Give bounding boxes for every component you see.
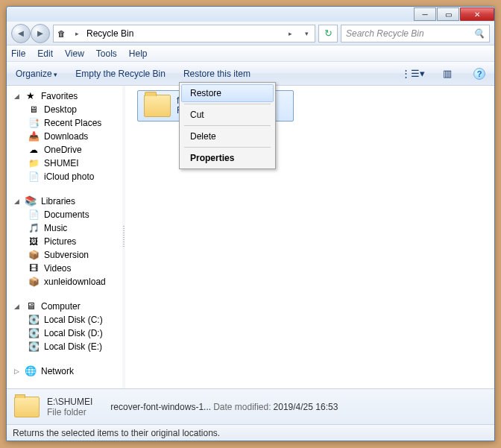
collapse-icon: ◢ xyxy=(14,303,20,310)
sidebar-item-label: iCloud photo xyxy=(44,171,94,182)
collapse-icon: ◢ xyxy=(14,92,20,100)
sidebar-item-disk-c[interactable]: 💽Local Disk (C:) xyxy=(7,313,122,326)
refresh-button[interactable]: ↻ xyxy=(318,25,338,42)
sidebar-item-label: Documents xyxy=(44,209,89,220)
xunlei-icon: 📦 xyxy=(28,277,40,287)
status-bar: Returns the selected items to their orig… xyxy=(7,424,494,441)
sidebar-item-shumei[interactable]: 📁SHUMEI xyxy=(7,157,122,170)
pictures-icon: 🖼 xyxy=(28,236,40,247)
star-icon: ★ xyxy=(25,90,37,101)
sidebar-item-label: Local Disk (E:) xyxy=(44,341,102,352)
network-icon: 🌐 xyxy=(25,365,37,376)
breadcrumb-drop-icon[interactable]: ▸ xyxy=(70,30,84,37)
ctx-delete[interactable]: Delete xyxy=(181,127,274,145)
menu-help[interactable]: Help xyxy=(129,48,148,59)
folder-icon xyxy=(144,95,171,117)
folder-icon xyxy=(14,397,40,417)
sidebar-item-label: Pictures xyxy=(44,236,76,247)
favorites-section: ◢ ★ Favorites 🖥Desktop 📑Recent Places 📥D… xyxy=(7,89,122,183)
menu-file[interactable]: File xyxy=(11,48,25,59)
maximize-button[interactable]: ▭ xyxy=(437,7,459,21)
computer-label: Computer xyxy=(41,301,81,312)
details-mod-label: Date modified: xyxy=(213,402,271,412)
sidebar-item-downloads[interactable]: 📥Downloads xyxy=(7,130,122,143)
breadcrumb-text[interactable]: Recycle Bin xyxy=(86,28,280,39)
preview-pane-icon[interactable]: ▥ xyxy=(439,66,456,81)
sidebar-item-label: SHUMEI xyxy=(44,158,79,168)
sidebar-item-videos[interactable]: 🎞Videos xyxy=(7,262,122,275)
network-label: Network xyxy=(41,366,74,376)
organize-button[interactable]: Organize xyxy=(16,69,57,79)
favorites-header[interactable]: ◢ ★ Favorites xyxy=(7,89,122,103)
close-button[interactable]: ✕ xyxy=(460,7,494,21)
restore-item-button[interactable]: Restore this item xyxy=(183,69,250,79)
sidebar-item-onedrive[interactable]: ☁OneDrive xyxy=(7,143,122,157)
forward-button[interactable]: ► xyxy=(31,24,50,43)
details-col-name: recover-font-windows-1... Date modified:… xyxy=(110,402,338,412)
sidebar-item-desktop[interactable]: 🖥Desktop xyxy=(7,103,122,116)
menu-bar: File Edit View Tools Help xyxy=(7,45,494,62)
computer-header[interactable]: ◢ 🖥 Computer xyxy=(7,299,122,313)
menu-view[interactable]: View xyxy=(65,48,84,59)
collapse-icon: ◢ xyxy=(14,198,20,205)
nav-buttons: ◄ ► xyxy=(11,24,50,43)
computer-icon: 🖥 xyxy=(25,300,37,312)
sidebar-item-music[interactable]: 🎵Music xyxy=(7,221,122,235)
separator xyxy=(184,104,271,104)
documents-icon: 📄 xyxy=(28,209,40,220)
context-menu: Restore Cut Delete Properties xyxy=(179,82,276,169)
expand-icon: ▷ xyxy=(14,367,20,375)
view-mode-icon[interactable]: ⋮☰▾ xyxy=(405,66,421,81)
network-section: ▷ 🌐 Network xyxy=(7,364,122,378)
cloud-icon: ☁ xyxy=(28,145,40,155)
details-col-path: E:\SHUMEI File folder xyxy=(47,397,92,417)
separator xyxy=(184,125,271,126)
svn-icon: 📦 xyxy=(28,250,40,260)
address-bar[interactable]: 🗑 ▸ Recycle Bin ▸ ▾ xyxy=(53,25,315,42)
sidebar-item-label: Local Disk (C:) xyxy=(44,315,103,325)
libraries-section: ◢ 📚 Libraries 📄Documents 🎵Music 🖼Picture… xyxy=(7,194,122,288)
breadcrumb-arrow-icon[interactable]: ▸ xyxy=(283,30,297,37)
address-dropdown-icon[interactable]: ▾ xyxy=(300,30,313,37)
back-button[interactable]: ◄ xyxy=(11,24,31,43)
sidebar: ◢ ★ Favorites 🖥Desktop 📑Recent Places 📥D… xyxy=(7,86,122,388)
libraries-header[interactable]: ◢ 📚 Libraries xyxy=(7,194,122,208)
help-icon[interactable]: ? xyxy=(473,68,485,80)
search-input[interactable]: Search Recycle Bin 🔍 xyxy=(341,25,490,42)
sidebar-item-xunlei[interactable]: 📦xunleidownload xyxy=(7,275,122,288)
ctx-properties[interactable]: Properties xyxy=(181,149,274,167)
desktop-icon: 🖥 xyxy=(28,104,40,115)
sidebar-item-label: xunleidownload xyxy=(44,277,106,287)
folder-icon: 📁 xyxy=(28,158,40,168)
favorites-label: Favorites xyxy=(41,91,78,101)
sidebar-item-label: OneDrive xyxy=(44,145,82,155)
search-placeholder: Search Recycle Bin xyxy=(346,28,473,39)
explorer-window: ─ ▭ ✕ ◄ ► 🗑 ▸ Recycle Bin ▸ ▾ ↻ Search R… xyxy=(6,6,495,441)
sidebar-item-label: Subversion xyxy=(44,250,89,260)
sidebar-item-label: Recent Places xyxy=(44,118,101,128)
minimize-button[interactable]: ─ xyxy=(414,7,436,21)
empty-recycle-button[interactable]: Empty the Recycle Bin xyxy=(75,69,166,79)
separator xyxy=(184,147,271,148)
computer-section: ◢ 🖥 Computer 💽Local Disk (C:) 💽Local Dis… xyxy=(7,299,122,353)
nav-bar: ◄ ► 🗑 ▸ Recycle Bin ▸ ▾ ↻ Search Recycle… xyxy=(7,22,494,45)
sidebar-item-recent[interactable]: 📑Recent Places xyxy=(7,116,122,130)
details-mod-value: 2019/4/25 16:53 xyxy=(274,402,338,412)
ctx-restore[interactable]: Restore xyxy=(181,84,274,102)
details-pane: E:\SHUMEI File folder recover-font-windo… xyxy=(7,388,494,424)
status-text: Returns the selected items to their orig… xyxy=(13,428,220,438)
library-icon: 📚 xyxy=(25,195,37,206)
sidebar-item-subversion[interactable]: 📦Subversion xyxy=(7,248,122,262)
music-icon: 🎵 xyxy=(28,223,40,233)
menu-edit[interactable]: Edit xyxy=(37,48,53,59)
disk-icon: 💽 xyxy=(28,328,40,338)
network-header[interactable]: ▷ 🌐 Network xyxy=(7,364,122,378)
sidebar-item-pictures[interactable]: 🖼Pictures xyxy=(7,235,122,248)
sidebar-item-label: Local Disk (D:) xyxy=(44,328,103,338)
sidebar-item-disk-e[interactable]: 💽Local Disk (E:) xyxy=(7,340,122,353)
ctx-cut[interactable]: Cut xyxy=(181,106,274,124)
sidebar-item-icloud[interactable]: 📄iCloud photo xyxy=(7,170,122,183)
menu-tools[interactable]: Tools xyxy=(96,48,117,59)
sidebar-item-documents[interactable]: 📄Documents xyxy=(7,208,122,221)
sidebar-item-disk-d[interactable]: 💽Local Disk (D:) xyxy=(7,326,122,340)
